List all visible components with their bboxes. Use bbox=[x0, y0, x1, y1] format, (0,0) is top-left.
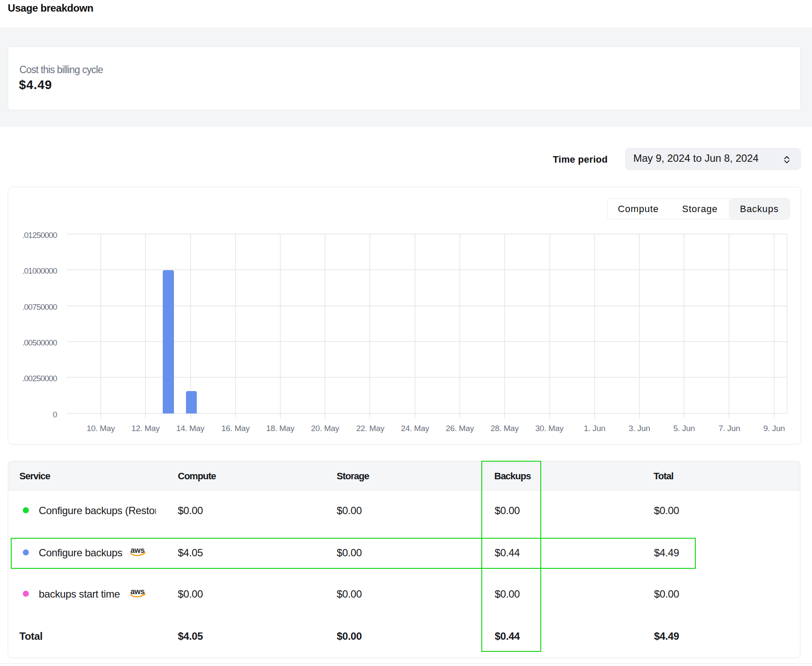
svg-text:aws: aws bbox=[130, 588, 145, 596]
